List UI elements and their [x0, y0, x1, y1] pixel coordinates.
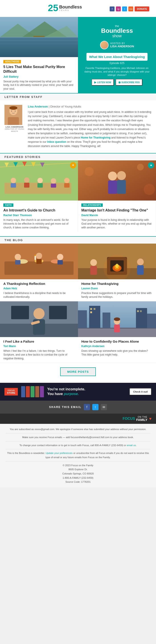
footer-copyright: © 2023 Focus on the Family: [5, 463, 151, 468]
donate-button[interactable]: DONATE: [135, 6, 149, 12]
footer-email-us-link[interactable]: email us: [127, 444, 136, 446]
letter-author-title: | Director of Young Adults: [49, 105, 81, 108]
blog-failure-author[interactable]: Tori Mann: [3, 345, 75, 348]
footer-subscribed: You are subscribed as xxxxx@gmail.com. W…: [5, 427, 151, 432]
svg-rect-84: [137, 310, 139, 312]
letter-section-header: LETTER FROM STAFF: [0, 93, 156, 100]
banner-text: You're not incomplete. You have purpose.: [47, 387, 126, 396]
episode-title[interactable]: What We Love About Thanksgiving: [86, 53, 148, 61]
rss-icon[interactable]: rss: [128, 6, 133, 12]
featured-church-author[interactable]: Rachel Starr Thomson: [3, 214, 74, 217]
featured-church-title: An Introvert's Guide to Church: [3, 208, 74, 213]
hero-show-right: the Boundless show HOSTED BY LISA ANDERS…: [78, 17, 156, 93]
svg-point-88: [114, 318, 120, 321]
footer-divider-1: [5, 433, 151, 434]
letter-body: I just came back from a cruise vacation …: [28, 110, 152, 148]
rss-small-icon: ◉: [118, 81, 121, 84]
share-facebook-icon[interactable]: f: [84, 404, 90, 410]
social-bar: f ig t rss DONATE: [110, 6, 149, 12]
svg-point-39: [117, 171, 126, 180]
heart-badge: ♥: [148, 162, 154, 168]
footer-phone: 1-800-A-FAMILY (232-6459): [5, 476, 151, 480]
svg-rect-28: [37, 183, 43, 188]
svg-rect-76: [78, 310, 87, 328]
hero-article-content: Adulthood 5 Lies That Make Sexual Purity…: [0, 57, 78, 93]
inbox-question-link[interactable]: Inbox question: [47, 140, 66, 144]
svg-point-25: [24, 177, 29, 183]
article-author[interactable]: Juli Slattery: [3, 75, 75, 78]
blog-home-title[interactable]: Home for Thanksgiving: [81, 282, 153, 286]
host-name: LISA ANDERSON: [110, 44, 134, 48]
svg-rect-7: [0, 44, 78, 44]
instagram-icon[interactable]: ig: [116, 6, 121, 12]
hero-section: Adulthood 5 Lies That Make Sexual Purity…: [0, 17, 156, 93]
facebook-icon[interactable]: f: [110, 6, 115, 12]
focus-store-banner: Focus Store You're not incomplete. You h…: [0, 383, 156, 401]
blog-grid: A Thanksgiving Reflection Adam Holz I be…: [0, 244, 156, 363]
blog-home-author[interactable]: Lauren Dunn: [81, 287, 153, 290]
subscribe-rss-label: SUBSCRIBE RSS: [122, 81, 140, 84]
article-excerpt: Sexual purity may be expressed by what y…: [3, 80, 75, 91]
footer-update-prefs-link[interactable]: Update your preferences: [46, 452, 73, 454]
svg-rect-26: [24, 183, 29, 188]
share-twitter-icon[interactable]: t: [92, 404, 99, 410]
svg-rect-1: [0, 37, 78, 57]
listen-now-button[interactable]: ▶ LISTEN NOW: [92, 79, 114, 86]
blog-thanksgiving-text: I believe thankfulness is a discipline t…: [3, 291, 75, 299]
share-section: SHARE THIS EMAIL f t ✉: [0, 401, 156, 414]
blog-failure-title[interactable]: I Feel Like a Failure: [3, 339, 75, 344]
hosted-by-label: HOSTED BY: [110, 42, 134, 44]
twitter-icon[interactable]: t: [122, 6, 127, 12]
svg-point-29: [51, 178, 56, 184]
show-show-text: show: [101, 34, 133, 38]
svg-rect-81: [90, 308, 92, 310]
blog-thanksgiving-content: A Thanksgiving Reflection Adam Holz I be…: [0, 279, 78, 301]
blog-alone-text: Does showing up somewhere solo give you …: [81, 349, 153, 357]
featured-church-category[interactable]: Faith: [3, 204, 13, 207]
svg-point-31: [64, 178, 70, 183]
svg-rect-80: [147, 314, 156, 328]
svg-point-48: [36, 253, 42, 259]
svg-rect-52: [34, 256, 36, 260]
blog-failure-image: [0, 301, 78, 337]
fof-heart-icon: ♥: [149, 416, 152, 421]
show-logo: the Boundless show: [101, 24, 133, 38]
svg-point-68: [33, 308, 45, 319]
subscribe-rss-button[interactable]: ◉ SUBSCRIBE RSS: [116, 79, 143, 86]
featured-marriage-content: Relationships Marriage Isn't About Findi…: [78, 200, 156, 232]
svg-rect-49: [36, 259, 42, 264]
featured-item-church: + Faith An Introvert's Guide to Church R…: [0, 160, 78, 232]
blog-alone-title[interactable]: How to Confidently Go Places Alone: [81, 339, 153, 344]
more-posts-button[interactable]: MORE POSTS: [60, 368, 96, 376]
blog-item-home: Home for Thanksgiving Lauren Dunn Practi…: [78, 244, 156, 301]
footer-divider-3: [5, 449, 151, 449]
banner-text-line2: You have purpose.: [47, 392, 126, 396]
blog-section: A Thanksgiving Reflection Adam Holz I be…: [0, 244, 156, 383]
featured-section-header: FEATURED STORIES: [0, 153, 156, 160]
article-category-tag[interactable]: Adulthood: [3, 60, 21, 63]
letter-author-name[interactable]: Lisa Anderson: [28, 105, 48, 108]
featured-marriage-author[interactable]: David Marvin: [81, 214, 153, 217]
featured-marriage-category[interactable]: Relationships: [81, 204, 103, 207]
blog-thanksgiving-author[interactable]: Adam Holz: [3, 287, 75, 290]
home-for-thanksgiving-link[interactable]: Home for Thanksgiving: [81, 136, 110, 139]
svg-rect-32: [64, 183, 70, 188]
banner-text-line1: You're not incomplete.: [47, 387, 126, 392]
svg-rect-5: [0, 37, 78, 38]
footer-divider-4: [5, 461, 151, 462]
svg-rect-33: [78, 160, 156, 200]
blog-thanksgiving-title[interactable]: A Thanksgiving Reflection: [3, 282, 75, 286]
svg-point-63: [137, 258, 144, 265]
hosted-text: HOSTED BY LISA ANDERSON: [110, 42, 134, 48]
svg-point-14: [15, 111, 15, 112]
svg-rect-30: [51, 184, 56, 188]
svg-point-13: [11, 111, 12, 112]
banner-cta-button[interactable]: Check it out!: [130, 388, 152, 395]
plus-badge: +: [70, 162, 76, 168]
blog-alone-author[interactable]: Kathryn Andersen: [81, 345, 153, 348]
svg-rect-62: [90, 266, 97, 275]
share-email-icon[interactable]: ✉: [101, 404, 107, 410]
featured-item-marriage: ♥ Relationships Marriage Isn't About Fin…: [78, 160, 156, 232]
featured-grid: + Faith An Introvert's Guide to Church R…: [0, 160, 156, 232]
letter-avatar-name: LISA ANDERSON: [4, 126, 24, 128]
